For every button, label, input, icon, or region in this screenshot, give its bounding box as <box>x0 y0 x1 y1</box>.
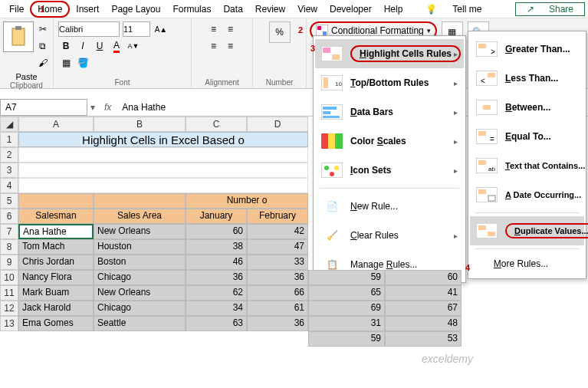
cell-extra[interactable]: 53 <box>385 331 462 347</box>
cell-area[interactable]: New Orleans <box>94 224 186 239</box>
cell-jan[interactable]: 63 <box>186 316 247 331</box>
cell-jan[interactable]: 38 <box>186 239 247 255</box>
cell-area[interactable]: Chicago <box>94 301 186 316</box>
tab-data[interactable]: Data <box>217 2 248 16</box>
header-january[interactable]: January <box>186 209 247 224</box>
align-middle-button[interactable]: ≡ <box>223 21 238 37</box>
tab-formulas[interactable]: Formulas <box>166 2 217 16</box>
cell-feb[interactable]: 66 <box>247 285 308 301</box>
menu-less-than[interactable]: < Less Than... <box>470 64 584 93</box>
cell-jan[interactable]: 36 <box>186 270 247 285</box>
cell-feb[interactable]: 42 <box>247 224 308 239</box>
col-header-b[interactable]: B <box>94 117 186 132</box>
cell-area[interactable]: Houston <box>94 239 186 255</box>
cell-salesman[interactable]: Mark Buam <box>18 285 94 301</box>
header-cell[interactable] <box>94 193 186 209</box>
cell-extra[interactable]: 41 <box>385 285 462 301</box>
cell-area[interactable]: Boston <box>94 255 186 270</box>
cell-jan[interactable]: 34 <box>186 301 247 316</box>
borders-button[interactable]: ▦ <box>58 55 74 71</box>
underline-button[interactable]: U <box>92 38 107 54</box>
header-february[interactable]: February <box>247 209 308 224</box>
row-header[interactable]: 13 <box>0 316 18 331</box>
row-header[interactable]: 9 <box>0 255 18 270</box>
tab-review[interactable]: Review <box>249 2 291 16</box>
increase-font-button[interactable]: A▲ <box>153 21 169 37</box>
cell-extra[interactable]: 60 <box>385 270 462 285</box>
format-painter-button[interactable]: 🖌 <box>35 55 51 71</box>
cell-jan[interactable]: 62 <box>186 285 247 301</box>
header-cell[interactable] <box>18 193 94 209</box>
tab-help[interactable]: Help <box>378 2 409 16</box>
cell-feb[interactable]: 36 <box>247 316 308 331</box>
title-cell[interactable]: Highlight Cells in Excel Based o <box>18 132 308 147</box>
name-box-chevron-icon[interactable]: ▾ <box>87 102 98 113</box>
cut-button[interactable]: ✂ <box>35 21 51 37</box>
header-salesman[interactable]: Salesman <box>18 209 94 224</box>
cell-extra[interactable]: 67 <box>385 301 462 316</box>
cell-feb[interactable]: 36 <box>247 270 308 285</box>
row-header[interactable]: 2 <box>0 147 18 163</box>
col-header-c[interactable]: C <box>186 117 247 132</box>
tell-me[interactable]: 💡 Tell me <box>413 1 494 18</box>
tab-view[interactable]: View <box>291 2 324 16</box>
cell-salesman[interactable]: Tom Mach <box>18 239 94 255</box>
cell-feb[interactable]: 33 <box>247 255 308 270</box>
cell-extra[interactable]: 31 <box>308 316 385 331</box>
cell-area[interactable]: Chicago <box>94 270 186 285</box>
row-header[interactable]: 11 <box>0 285 18 301</box>
share-button[interactable]: ↗ Share <box>515 2 585 16</box>
tab-developer[interactable]: Developer <box>324 2 378 16</box>
align-top-button[interactable]: ≡ <box>206 21 222 37</box>
cell-extra[interactable]: 65 <box>308 285 385 301</box>
row-header[interactable]: 6 <box>0 209 18 224</box>
header-sales-area[interactable]: Sales Area <box>94 209 186 224</box>
col-header-a[interactable]: A <box>18 117 94 132</box>
menu-highlight-cells-rules[interactable]: Highlight Cells Rules ▸ <box>315 39 464 68</box>
row-header[interactable]: 5 <box>0 193 18 209</box>
cell-extra[interactable]: 48 <box>385 316 462 331</box>
tab-file[interactable]: File <box>3 2 30 16</box>
bold-button[interactable]: B <box>58 38 74 54</box>
font-size-select[interactable] <box>123 21 150 37</box>
copy-button[interactable]: ⧉ <box>35 38 51 54</box>
row-header[interactable]: 4 <box>0 178 18 193</box>
cell-area[interactable]: Seattle <box>94 316 186 331</box>
empty-cell[interactable] <box>18 178 308 193</box>
fx-icon[interactable]: fx <box>98 102 117 113</box>
cell-salesman[interactable]: Ana Hathe <box>18 224 94 239</box>
menu-top-bottom-rules[interactable]: 10 Top/Bottom Rules ▸ <box>315 68 464 97</box>
cell-salesman[interactable]: Ema Gomes <box>18 316 94 331</box>
formula-value[interactable]: Ana Hathe <box>117 100 170 114</box>
font-name-select[interactable] <box>58 21 120 37</box>
cell-extra[interactable]: 59 <box>308 270 385 285</box>
fill-color-button[interactable]: 🪣 <box>75 55 90 71</box>
font-color-button[interactable]: A <box>109 38 124 54</box>
align-center-button[interactable]: ≡ <box>223 38 238 54</box>
percent-button[interactable]: % <box>269 21 291 43</box>
col-header-d[interactable]: D <box>247 117 308 132</box>
row-header[interactable]: 7 <box>0 224 18 239</box>
decrease-font-button[interactable]: A▼ <box>126 38 141 54</box>
cell-extra[interactable]: 69 <box>308 301 385 316</box>
select-all[interactable]: ◢ <box>0 117 18 132</box>
row-header[interactable]: 12 <box>0 301 18 316</box>
cell-extra[interactable]: 59 <box>308 331 385 347</box>
name-box[interactable] <box>0 99 87 116</box>
empty-cell[interactable] <box>18 163 308 178</box>
empty-cell[interactable] <box>18 147 308 163</box>
align-left-button[interactable]: ≡ <box>206 38 222 54</box>
cell-jan[interactable]: 60 <box>186 224 247 239</box>
cell-salesman[interactable]: Jack Harold <box>18 301 94 316</box>
cell-area[interactable]: New Orleans <box>94 285 186 301</box>
row-header[interactable]: 3 <box>0 163 18 178</box>
italic-button[interactable]: I <box>75 38 90 54</box>
row-header[interactable]: 10 <box>0 270 18 285</box>
row-header[interactable]: 1 <box>0 132 18 147</box>
menu-greater-than[interactable]: > Greater Than... <box>470 35 584 64</box>
header-number[interactable]: Number o <box>186 193 308 209</box>
row-header[interactable]: 8 <box>0 239 18 255</box>
cell-feb[interactable]: 47 <box>247 239 308 255</box>
tab-page-layout[interactable]: Page Layou <box>105 2 166 16</box>
cell-salesman[interactable]: Chris Jordan <box>18 255 94 270</box>
